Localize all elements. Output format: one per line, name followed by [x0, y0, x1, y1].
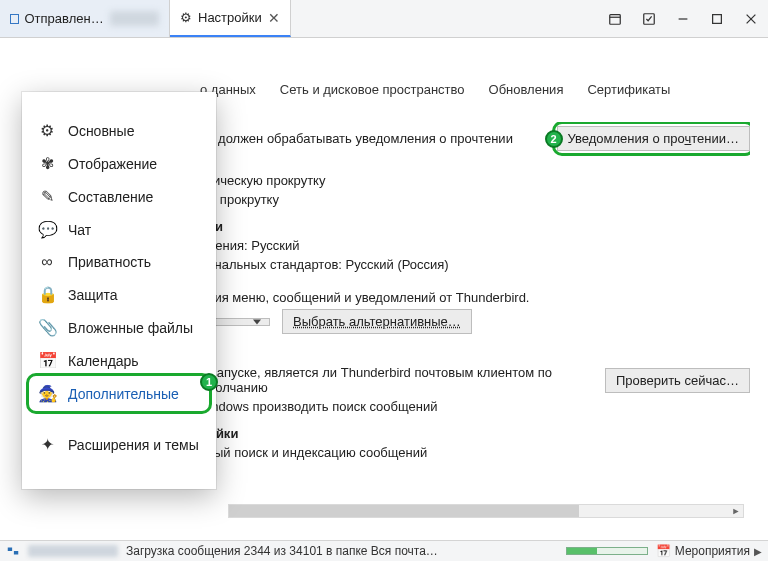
calendar-toggle[interactable] [598, 0, 632, 37]
mask-icon: ∞ [38, 253, 56, 271]
main-area: о данных Сеть и дисковое пространство Об… [0, 38, 768, 540]
sidebar-item-label: Календарь [68, 353, 139, 369]
global-index-row: ьный поиск и индексацию сообщений [200, 445, 750, 460]
choose-alternatives-button[interactable]: Выбрать альтернативные… [282, 309, 472, 334]
settings-content: ird должен обрабатывать уведомления о пр… [200, 122, 750, 538]
subtab-network[interactable]: Сеть и дисковое пространство [280, 82, 465, 101]
task-toggle[interactable] [632, 0, 666, 37]
sidebar-item-chat[interactable]: 💬 Чат [22, 213, 216, 246]
sidebar-item-privacy[interactable]: ∞ Приватность [22, 246, 216, 278]
paperclip-icon: 📎 [38, 318, 56, 337]
read-receipts-label: ird должен обрабатывать уведомления о пр… [200, 131, 545, 146]
sidebar-item-compose[interactable]: ✎ Составление [22, 180, 216, 213]
regional-standards-row: иональных стандартов: Русский (Россия) [200, 257, 750, 272]
section-heading-3: ройки [200, 426, 750, 441]
tab-settings[interactable]: Настройки ✕ [170, 0, 291, 37]
sidebar-item-label: Защита [68, 287, 118, 303]
window-controls [598, 0, 768, 37]
events-indicator[interactable]: 📅 Мероприятия ▶ [656, 544, 762, 558]
language-desc-row: ения меню, сообщений и уведомлений от Th… [200, 290, 750, 305]
wizard-icon: 🧙 [38, 384, 56, 403]
display-icon: ✾ [38, 154, 56, 173]
chat-icon: 💬 [38, 220, 56, 239]
subtab-updates[interactable]: Обновления [489, 82, 564, 101]
scrollbar-thumb[interactable] [229, 505, 579, 517]
highlight-badge-2: 2 [545, 130, 563, 148]
sidebar-item-addons[interactable]: ✦ Расширения и темы [22, 428, 216, 461]
close-tab-icon[interactable]: ✕ [268, 10, 280, 26]
progress-bar [566, 547, 648, 555]
svg-rect-4 [713, 14, 722, 23]
svg-rect-8 [14, 551, 18, 555]
app-language-row: эжения: Русский [200, 238, 750, 253]
folder-icon [10, 14, 19, 24]
redacted-text [28, 545, 118, 557]
subtab-certs[interactable]: Сертификаты [587, 82, 670, 101]
horizontal-scrollbar[interactable]: ◄ ► [228, 504, 744, 518]
tab-label: Отправленные - [25, 11, 105, 26]
read-receipts-row: ird должен обрабатывать уведомления о пр… [200, 126, 750, 151]
chevron-right-icon: ▶ [754, 546, 762, 557]
sidebar-item-advanced[interactable]: 🧙 Дополнительные 1 [22, 377, 216, 410]
default-client-row: и запуске, является ли Thunderbird почто… [200, 365, 750, 395]
scroll-right-icon[interactable]: ► [729, 505, 743, 517]
calendar-icon: 📅 [38, 351, 56, 370]
sidebar-item-general[interactable]: ⚙ Основные [22, 114, 216, 147]
sidebar-item-label: Расширения и темы [68, 437, 199, 453]
language-heading: ени [200, 219, 750, 234]
smoothscroll-row: ую прокрутку [200, 192, 750, 207]
tab-sent[interactable]: Отправленные - xx [0, 0, 170, 37]
language-select-row: Выбрать альтернативные… [200, 309, 750, 334]
sidebar-item-attachments[interactable]: 📎 Вложенные файлы [22, 311, 216, 344]
highlight-badge-1: 1 [200, 373, 218, 391]
sidebar-item-label: Дополнительные [68, 386, 179, 402]
gear-icon [180, 10, 192, 25]
status-text: Загрузка сообщения 2344 из 34101 в папке… [126, 544, 438, 558]
title-bar: Отправленные - xx Настройки ✕ [0, 0, 768, 38]
settings-sidebar: ⚙ Основные ✾ Отображение ✎ Составление 💬… [22, 92, 216, 489]
autoscroll-row: атическую прокрутку [200, 173, 750, 188]
lock-icon: 🔒 [38, 285, 56, 304]
section-heading-2: эй [200, 346, 750, 361]
sidebar-item-label: Основные [68, 123, 134, 139]
activity-icon[interactable] [6, 544, 20, 558]
sidebar-item-calendar[interactable]: 📅 Календарь [22, 344, 216, 377]
minimize-button[interactable] [666, 0, 700, 37]
settings-subtabs: о данных Сеть и дисковое пространство Об… [200, 82, 670, 101]
sidebar-item-label: Вложенные файлы [68, 320, 193, 336]
read-receipts-button[interactable]: Уведомления о прочтении… [557, 126, 750, 151]
redacted-text: xx [110, 11, 159, 26]
windows-search-row: Vindows производить поиск сообщений [200, 399, 750, 414]
default-client-label: и запуске, является ли Thunderbird почто… [200, 365, 593, 395]
svg-rect-0 [610, 14, 621, 24]
events-label: Мероприятия [675, 544, 750, 558]
pencil-icon: ✎ [38, 187, 56, 206]
calendar-small-icon: 📅 [656, 544, 671, 558]
puzzle-icon: ✦ [38, 435, 56, 454]
check-now-button[interactable]: Проверить сейчас… [605, 368, 750, 393]
sidebar-item-label: Составление [68, 189, 153, 205]
tab-label: Настройки [198, 10, 262, 25]
sidebar-item-display[interactable]: ✾ Отображение [22, 147, 216, 180]
sidebar-item-security[interactable]: 🔒 Защита [22, 278, 216, 311]
close-window-button[interactable] [734, 0, 768, 37]
maximize-button[interactable] [700, 0, 734, 37]
svg-rect-7 [8, 548, 12, 552]
gear-icon: ⚙ [38, 121, 56, 140]
sidebar-item-label: Отображение [68, 156, 157, 172]
sidebar-item-label: Приватность [68, 254, 151, 270]
sidebar-item-label: Чат [68, 222, 91, 238]
status-bar: Загрузка сообщения 2344 из 34101 в папке… [0, 540, 768, 561]
